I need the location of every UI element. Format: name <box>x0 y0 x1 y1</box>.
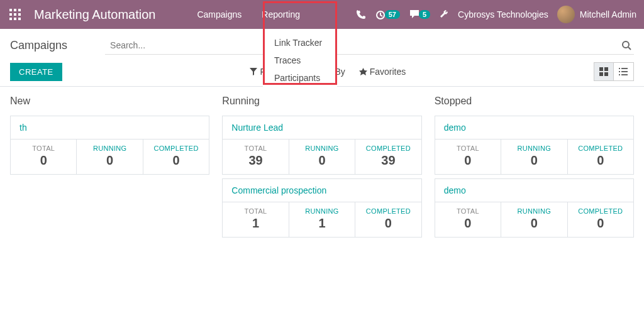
create-button[interactable]: CREATE <box>10 63 62 81</box>
svg-rect-7 <box>14 18 16 20</box>
kanban-column-stopped: Stopped demo TOTAL0 RUNNING0 COMPLETED0 … <box>435 96 634 241</box>
stat-value: 0 <box>570 216 631 231</box>
card-title[interactable]: th <box>11 116 209 139</box>
reporting-dropdown: Link Tracker Traces Participants <box>263 29 337 92</box>
stat-label: COMPLETED <box>570 145 631 152</box>
search-icon[interactable] <box>621 40 631 50</box>
kanban-column-new: New th TOTAL0 RUNNING0 COMPLETED0 <box>10 96 209 241</box>
chat-icon[interactable]: 5 <box>409 9 430 20</box>
apps-icon[interactable] <box>8 7 23 22</box>
stat-value: 0 <box>570 153 631 168</box>
menu-campaigns[interactable]: Campaigns <box>187 1 252 28</box>
chat-badge: 5 <box>419 10 430 19</box>
column-title: Stopped <box>435 96 634 107</box>
svg-rect-5 <box>18 13 21 16</box>
svg-rect-1 <box>14 9 16 11</box>
card-stats: TOTAL0 RUNNING0 COMPLETED0 <box>435 202 633 237</box>
stat-label: RUNNING <box>504 145 564 152</box>
stat-value: 1 <box>225 216 286 231</box>
company-selector[interactable]: Cybrosys Technologies <box>458 9 548 19</box>
card-title[interactable]: demo <box>435 116 633 139</box>
svg-rect-23 <box>621 74 628 75</box>
kanban-view: New th TOTAL0 RUNNING0 COMPLETED0 Runnin… <box>0 86 644 250</box>
kanban-card[interactable]: th TOTAL0 RUNNING0 COMPLETED0 <box>10 116 209 175</box>
svg-rect-0 <box>9 9 12 11</box>
search-box <box>105 36 634 55</box>
dropdown-link-tracker[interactable]: Link Tracker <box>263 34 337 52</box>
search-input[interactable] <box>105 36 634 55</box>
kanban-card[interactable]: Commercial prospection TOTAL1 RUNNING1 C… <box>222 178 421 238</box>
list-view-button[interactable] <box>614 62 634 81</box>
phone-icon[interactable] <box>356 9 366 19</box>
user-menu[interactable]: Mitchell Admin <box>557 6 636 23</box>
favorites-dropdown[interactable]: Favorites <box>359 67 406 77</box>
card-stats: TOTAL0 RUNNING0 COMPLETED0 <box>435 139 633 174</box>
svg-rect-3 <box>9 13 12 16</box>
nav-menu: Campaigns Reporting <box>187 1 310 28</box>
kanban-card[interactable]: Nurture Lead TOTAL39 RUNNING0 COMPLETED3… <box>222 116 421 175</box>
stat-label: COMPLETED <box>358 145 418 152</box>
user-name: Mitchell Admin <box>580 9 636 19</box>
stat-value: 0 <box>13 153 74 168</box>
stat-value: 1 <box>292 216 352 231</box>
dropdown-traces[interactable]: Traces <box>263 52 337 69</box>
card-title[interactable]: demo <box>435 179 633 202</box>
svg-rect-19 <box>621 68 628 69</box>
stat-label: COMPLETED <box>570 207 631 215</box>
svg-rect-18 <box>619 68 620 69</box>
stat-value: 0 <box>438 216 498 231</box>
breadcrumb: Campaigns <box>10 39 67 52</box>
stat-value: 39 <box>358 153 418 168</box>
kanban-view-button[interactable] <box>594 62 614 81</box>
svg-rect-8 <box>18 18 21 20</box>
stat-label: RUNNING <box>292 207 352 215</box>
stat-label: TOTAL <box>438 145 498 152</box>
stat-label: RUNNING <box>504 207 564 215</box>
app-title: Marketing Automation <box>34 8 155 22</box>
kanban-card[interactable]: demo TOTAL0 RUNNING0 COMPLETED0 <box>435 178 634 238</box>
avatar <box>557 6 575 23</box>
favorites-label: Favorites <box>370 67 406 77</box>
stat-label: TOTAL <box>225 145 286 152</box>
stat-label: COMPLETED <box>146 145 206 152</box>
stat-value: 0 <box>438 153 498 168</box>
svg-rect-20 <box>619 71 620 72</box>
navbar: Marketing Automation Campaigns Reporting… <box>0 0 644 29</box>
card-title[interactable]: Nurture Lead <box>223 116 421 139</box>
kanban-card[interactable]: demo TOTAL0 RUNNING0 COMPLETED0 <box>435 116 634 175</box>
svg-rect-21 <box>621 71 628 72</box>
timer-icon[interactable]: 57 <box>375 9 400 20</box>
tools-icon[interactable] <box>439 9 449 19</box>
stat-label: RUNNING <box>79 145 140 152</box>
card-title[interactable]: Commercial prospection <box>223 179 421 202</box>
stat-label: RUNNING <box>292 145 352 152</box>
svg-point-10 <box>623 41 629 48</box>
stat-value: 0 <box>292 153 352 168</box>
stat-value: 0 <box>504 216 564 231</box>
stat-label: TOTAL <box>13 145 74 152</box>
card-stats: TOTAL1 RUNNING1 COMPLETED0 <box>223 202 421 237</box>
svg-rect-22 <box>619 74 620 75</box>
dropdown-participants[interactable]: Participants <box>263 69 337 87</box>
card-stats: TOTAL39 RUNNING0 COMPLETED39 <box>223 139 421 174</box>
stat-value: 0 <box>358 216 418 231</box>
menu-reporting[interactable]: Reporting <box>252 1 310 28</box>
stat-label: TOTAL <box>438 207 498 215</box>
svg-rect-2 <box>18 9 21 11</box>
stat-value: 0 <box>146 153 206 168</box>
svg-rect-17 <box>604 72 608 76</box>
nav-right: 57 5 Cybrosys Technologies Mitchell Admi… <box>356 6 636 23</box>
stat-value: 0 <box>79 153 140 168</box>
stat-value: 39 <box>225 153 286 168</box>
stat-value: 0 <box>504 153 564 168</box>
stat-label: TOTAL <box>225 207 286 215</box>
svg-rect-4 <box>14 13 16 16</box>
kanban-column-running: Running Nurture Lead TOTAL39 RUNNING0 CO… <box>222 96 421 241</box>
svg-rect-16 <box>599 72 603 76</box>
stat-label: COMPLETED <box>358 207 418 215</box>
column-title: Running <box>222 96 421 107</box>
svg-rect-14 <box>599 67 603 71</box>
timer-badge: 57 <box>385 10 400 19</box>
card-stats: TOTAL0 RUNNING0 COMPLETED0 <box>11 139 209 174</box>
svg-rect-15 <box>604 67 608 71</box>
